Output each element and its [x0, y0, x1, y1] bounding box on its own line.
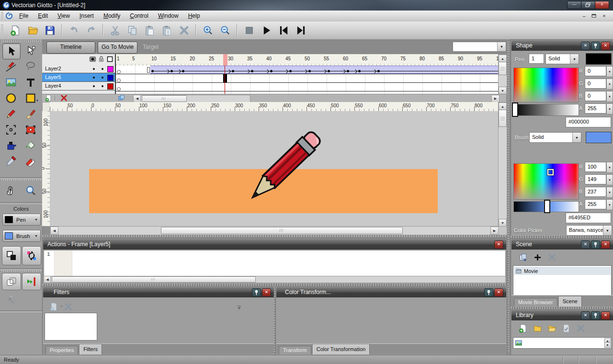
color-transform-titlebar[interactable]: Color Transform... ✕: [276, 287, 506, 297]
swap-colors-button[interactable]: [22, 246, 41, 265]
pen-r-spinner[interactable]: ▼: [606, 66, 613, 77]
actions-scroll-track[interactable]: [50, 276, 506, 283]
library-spin-down-button[interactable]: ▼: [604, 342, 611, 348]
timeline-frame-ruler[interactable]: 1510152025303540455055606570758085909510…: [116, 54, 498, 66]
open-button[interactable]: [25, 23, 40, 37]
pen-style-arrow[interactable]: ▼: [570, 54, 579, 64]
subselect-tool[interactable]: [22, 43, 39, 58]
shape-dock-button[interactable]: ✕: [581, 42, 590, 50]
lock-all-layers-icon[interactable]: [98, 56, 105, 63]
actions-panel-titlebar[interactable]: Actions - Frame [Layer5] ✕: [43, 239, 506, 250]
hand-tool[interactable]: [2, 183, 20, 198]
library-item[interactable]: [515, 339, 522, 347]
magnifier-tool[interactable]: [22, 183, 39, 198]
bitmap-tool[interactable]: [2, 75, 20, 90]
canvas-scroll-up-button[interactable]: ▲: [499, 102, 507, 110]
timeline-hscroll-right-button[interactable]: ▶: [491, 95, 499, 102]
timeline-hscroll-track[interactable]: [140, 95, 250, 102]
brush-hex-input[interactable]: #6495ED: [566, 213, 611, 223]
keyframe-dot[interactable]: [347, 70, 349, 72]
filters-close-button[interactable]: ✕: [262, 288, 271, 297]
eraser-tool[interactable]: [22, 154, 39, 169]
filters-tab-filters[interactable]: Filters: [79, 344, 102, 354]
layer-color-swatch[interactable]: [107, 66, 114, 72]
canvas-vscroll-thumb[interactable]: [499, 110, 507, 127]
oval-tool[interactable]: [2, 91, 20, 106]
delete-layer-button[interactable]: [60, 94, 68, 102]
library-folder-button[interactable]: [533, 324, 543, 333]
scene-list[interactable]: Movie: [513, 265, 612, 296]
stage-canvas[interactable]: [50, 111, 498, 226]
layer-row-layer5[interactable]: Layer5: [42, 73, 115, 82]
menu-item-help[interactable]: Help: [183, 11, 205, 22]
keyframe-dot[interactable]: [289, 70, 292, 72]
save-button[interactable]: [43, 23, 57, 37]
last-frame-button[interactable]: [294, 23, 308, 37]
options-grip[interactable]: [1, 270, 41, 272]
brush-r-input[interactable]: 100: [585, 162, 606, 172]
scene-close-button[interactable]: ✕: [601, 240, 610, 249]
pen-r-input[interactable]: 0: [585, 66, 606, 76]
actions-close-button[interactable]: ✕: [494, 240, 503, 249]
scene-item-movie[interactable]: Movie: [514, 267, 611, 275]
line-tool[interactable]: [2, 59, 20, 74]
canvas-scroll-right-button[interactable]: ▶: [490, 227, 499, 235]
scene-panel-titlebar[interactable]: Scene ✕ ✕: [511, 239, 613, 250]
menu-item-insert[interactable]: Insert: [75, 11, 99, 22]
timeline-scroll-up-button[interactable]: ▲: [499, 55, 507, 62]
shape-close-button[interactable]: ✕: [601, 42, 610, 50]
brush-style-arrow[interactable]: ▼: [572, 133, 581, 142]
pen-g-input[interactable]: 0: [585, 79, 606, 89]
color-transform-tab-transform[interactable]: Transform: [279, 346, 311, 354]
free-transform-tool[interactable]: [2, 122, 20, 137]
menu-item-file[interactable]: File: [14, 11, 33, 22]
shape-panel-titlebar[interactable]: Shape ✕ ✕: [511, 40, 613, 51]
brush-tool[interactable]: [22, 106, 39, 122]
snap-button[interactable]: [5, 294, 16, 306]
toolbar-overflow-chevron[interactable]: [236, 305, 242, 311]
layer-visibility-dot[interactable]: [93, 77, 95, 79]
library-new-item-button[interactable]: [519, 324, 528, 333]
canvas-horizontal-scrollbar[interactable]: ◀ ▶: [50, 226, 499, 235]
library-panel-titlebar[interactable]: Library ✕ ✕: [511, 310, 613, 320]
keyframe-dot[interactable]: [182, 70, 184, 72]
brush-a-input[interactable]: 255: [585, 199, 606, 209]
toolbar-grip[interactable]: [1, 24, 3, 37]
layer-color-swatch[interactable]: [107, 75, 114, 81]
rectangle-tool-flyout-arrow[interactable]: ▾: [36, 99, 38, 102]
keyframe-dot[interactable]: [151, 70, 154, 72]
default-colors-button[interactable]: [2, 246, 21, 265]
pen-color-preview[interactable]: [586, 53, 612, 65]
brush-g-input[interactable]: 149: [585, 174, 606, 184]
layer-row-layer4[interactable]: Layer4: [42, 82, 115, 91]
actions-hscroll-thumb[interactable]: [52, 276, 256, 283]
library-list[interactable]: ▲ ▼: [513, 337, 612, 349]
fill-transform-tool[interactable]: [22, 122, 39, 137]
menu-item-view[interactable]: View: [53, 11, 75, 22]
brush-color-preview[interactable]: [586, 132, 612, 143]
layer-lock-dot[interactable]: [102, 68, 103, 70]
onion-skin-button[interactable]: [2, 273, 21, 290]
splitter-canvas-actions[interactable]: [42, 235, 506, 237]
pen-b-spinner[interactable]: ▼: [606, 91, 613, 102]
keyframe-dot[interactable]: [377, 70, 380, 72]
restore-button[interactable]: [581, 1, 595, 9]
pen-b-input[interactable]: 0: [585, 91, 606, 101]
brush-r-spinner[interactable]: ▼: [606, 162, 613, 173]
brush-hue-marker[interactable]: [547, 169, 554, 175]
first-frame-button[interactable]: [276, 23, 291, 37]
text-tool[interactable]: [22, 75, 39, 90]
keyframe-dot[interactable]: [251, 70, 253, 72]
canvas-hscroll-thumb[interactable]: [161, 227, 403, 234]
color-transform-close-button[interactable]: ✕: [494, 288, 503, 297]
color-transform-tab-color-transformation[interactable]: Color Transformation: [312, 344, 370, 354]
ink-bottle-tool[interactable]: [2, 138, 20, 153]
scene-dock-button[interactable]: ✕: [581, 240, 590, 249]
pencil-tool[interactable]: [2, 106, 20, 122]
keyframe-dot[interactable]: [232, 70, 234, 72]
scene-tab-scene[interactable]: Scene: [558, 296, 582, 307]
playhead-marker[interactable]: [223, 54, 227, 66]
brush-b-spinner[interactable]: ▼: [606, 187, 613, 198]
filters-list[interactable]: [45, 313, 97, 341]
layer-visibility-dot[interactable]: [93, 68, 95, 70]
